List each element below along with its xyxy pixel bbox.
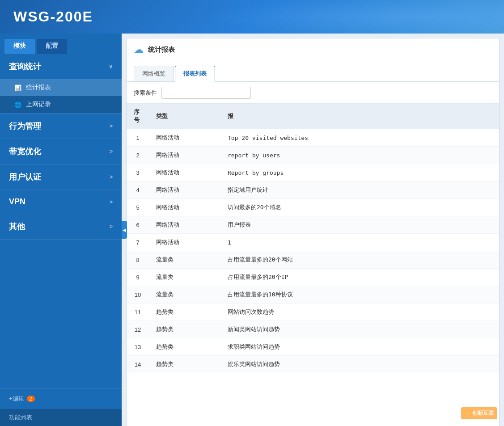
nav-section-label-other: 其他	[9, 221, 25, 232]
cell-num: 2	[127, 147, 149, 164]
cell-report: Report by groups	[220, 164, 499, 181]
table-row[interactable]: 8 流量类 占用流量最多的20个网站	[127, 251, 499, 269]
sidebar-item-label-stats-report: 统计报表	[26, 84, 51, 92]
table-row[interactable]: 11 趋势类 网站访问次数趋势	[127, 304, 499, 321]
nav-section-other: 其他 >	[0, 214, 122, 240]
nav-section-user-auth: 用户认证 >	[0, 164, 122, 190]
nav-section-header-behavior[interactable]: 行为管理 >	[0, 114, 122, 139]
cell-num: 1	[127, 129, 149, 147]
report-table: 序号 类型 报 1 网络活动 Top 20 visited websites 2…	[127, 104, 499, 373]
cell-type: 网络活动	[149, 181, 220, 199]
sidebar-tab-module[interactable]: 模块	[4, 39, 35, 54]
nav-section-header-other[interactable]: 其他 >	[0, 214, 122, 239]
table-row[interactable]: 12 趋势类 新闻类网站访问趋势	[127, 321, 499, 338]
nav-arrow-user-auth: >	[110, 174, 113, 180]
nav-arrow-bandwidth: >	[110, 148, 113, 155]
search-label: 搜索条件	[134, 89, 157, 97]
cell-type: 趋势类	[149, 356, 220, 373]
cell-num: 10	[127, 286, 149, 304]
nav-section-label-behavior: 行为管理	[9, 121, 41, 131]
cell-type: 流量类	[149, 286, 220, 304]
page-header-icon: ☁	[134, 44, 144, 55]
nav-section-behavior: 行为管理 >	[0, 114, 122, 139]
sidebar-tab-config[interactable]: 配置	[37, 39, 67, 54]
sidebar-tabs: 模块 配置	[0, 34, 122, 54]
nav-section-header-user-auth[interactable]: 用户认证 >	[0, 164, 122, 190]
table-row[interactable]: 2 网络活动 report by users	[127, 147, 499, 164]
app-title: WSG-200E	[13, 8, 93, 25]
cell-report: 占用流量最多的20个IP	[220, 269, 499, 286]
nav-section-label-user-auth: 用户认证	[9, 172, 41, 182]
cell-type: 网络活动	[149, 164, 220, 181]
cell-type: 趋势类	[149, 321, 220, 338]
nav-section-header-bandwidth[interactable]: 带宽优化 >	[0, 139, 122, 164]
table-row[interactable]: 3 网络活动 Report by groups	[127, 164, 499, 181]
sidebar-item-stats-report[interactable]: 📊 统计报表	[0, 79, 122, 96]
cell-num: 9	[127, 269, 149, 286]
nav-section-vpn: VPN >	[0, 190, 122, 214]
cell-num: 3	[127, 164, 149, 181]
tab-network-overview[interactable]: 网络概览	[134, 66, 174, 81]
sidebar-collapse-handle[interactable]: ◀	[122, 221, 127, 239]
cell-report: 用户报表	[220, 216, 499, 234]
col-header-report: 报	[220, 104, 499, 129]
table-row[interactable]: 14 趋势类 娱乐类网站访问趋势	[127, 356, 499, 373]
cell-num: 12	[127, 321, 149, 338]
internet-log-icon: 🌐	[13, 101, 22, 108]
table-row[interactable]: 7 网络活动 1	[127, 234, 499, 251]
cell-num: 8	[127, 251, 149, 269]
search-bar: 搜索条件	[127, 82, 499, 104]
edit-badge: 2	[27, 396, 35, 402]
tab-report-list[interactable]: 报表列表	[175, 66, 215, 82]
cell-report: 网站访问次数趋势	[220, 304, 499, 321]
content-wrapper: ☁ 统计报表 网络概览 报表列表 搜索条件 序号 类型 报	[126, 38, 500, 426]
stats-report-icon: 📊	[13, 84, 22, 91]
nav-arrow-query-stats: ∨	[109, 63, 113, 70]
cell-report: report by users	[220, 147, 499, 164]
search-input[interactable]	[161, 87, 251, 99]
watermark: ✦ 创新互联	[461, 407, 497, 419]
sidebar-item-label-internet-log: 上网记录	[26, 101, 51, 109]
cell-type: 网络活动	[149, 234, 220, 251]
nav-section-label-bandwidth: 带宽优化	[9, 146, 41, 157]
nav-section-bandwidth: 带宽优化 >	[0, 139, 122, 164]
nav-section-header-vpn[interactable]: VPN >	[0, 190, 122, 214]
cell-type: 流量类	[149, 269, 220, 286]
nav-section-header-query-stats[interactable]: 查询统计 ∨	[0, 54, 122, 79]
cell-type: 流量类	[149, 251, 220, 269]
table-row[interactable]: 6 网络活动 用户报表	[127, 216, 499, 234]
cell-report: 1	[220, 234, 499, 251]
func-list-label: 功能列表	[9, 414, 32, 421]
cell-num: 13	[127, 338, 149, 356]
cell-type: 网络活动	[149, 129, 220, 147]
cell-report: 新闻类网站访问趋势	[220, 321, 499, 338]
nav-section-query-stats: 查询统计 ∨ 📊 统计报表 🌐 上网记录	[0, 54, 122, 114]
sidebar: 模块 配置 查询统计 ∨ 📊 统计报表 🌐 上网记录	[0, 34, 122, 426]
cell-num: 14	[127, 356, 149, 373]
table-row[interactable]: 9 流量类 占用流量最多的20个IP	[127, 269, 499, 286]
sidebar-footer: +编辑 2	[0, 388, 122, 409]
cell-type: 网络活动	[149, 147, 220, 164]
watermark-text: 创新互联	[472, 409, 494, 417]
nav-section-label-query-stats: 查询统计	[9, 61, 41, 72]
cell-num: 6	[127, 216, 149, 234]
sidebar-nav: 查询统计 ∨ 📊 统计报表 🌐 上网记录 行为管理 >	[0, 54, 122, 388]
tab-bar: 网络概览 报表列表	[127, 61, 499, 82]
cell-report: 求职类网站访问趋势	[220, 338, 499, 356]
edit-label[interactable]: +编辑	[9, 395, 24, 403]
sidebar-item-internet-log[interactable]: 🌐 上网记录	[0, 96, 122, 113]
cell-report: 占用流量最多的10种协议	[220, 286, 499, 304]
table-row[interactable]: 13 趋势类 求职类网站访问趋势	[127, 338, 499, 356]
cell-report: 娱乐类网站访问趋势	[220, 356, 499, 373]
table-row[interactable]: 4 网络活动 指定域用户统计	[127, 181, 499, 199]
table-row[interactable]: 5 网络活动 访问最多的20个域名	[127, 199, 499, 216]
app-header: WSG-200E	[0, 0, 504, 34]
cell-type: 网络活动	[149, 216, 220, 234]
cell-report: 指定域用户统计	[220, 181, 499, 199]
table-row[interactable]: 1 网络活动 Top 20 visited websites	[127, 129, 499, 147]
cell-type: 网络活动	[149, 199, 220, 216]
cell-report: 访问最多的20个域名	[220, 199, 499, 216]
cell-num: 4	[127, 181, 149, 199]
page-header: ☁ 统计报表	[127, 38, 499, 61]
table-row[interactable]: 10 流量类 占用流量最多的10种协议	[127, 286, 499, 304]
